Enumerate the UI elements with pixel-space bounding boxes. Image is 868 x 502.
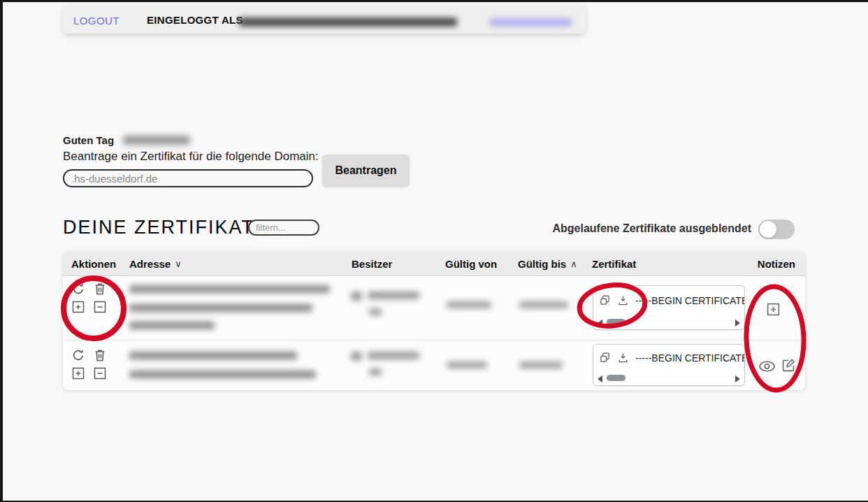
table-row: -----BEGIN CERTIFICATE----- (63, 276, 805, 340)
table-row: -----BEGIN CERTIFICATE----- (63, 340, 805, 390)
request-prompt-text: Beantrage ein Zertifikat für die folgend… (63, 150, 319, 164)
sort-desc-icon[interactable]: ∨ (175, 259, 182, 269)
filter-input[interactable] (248, 220, 319, 236)
delete-icon[interactable] (93, 348, 107, 362)
logout-link[interactable]: LOGOUT (73, 15, 120, 27)
expand-icon[interactable] (71, 300, 85, 314)
view-note-icon[interactable] (758, 360, 776, 373)
expired-toggle-label: Abgelaufene Zertifikate ausgeblendet (545, 222, 751, 235)
redacted-owner-icon (351, 352, 362, 361)
redacted-owner-text (369, 308, 382, 315)
window-border-left (0, 0, 3, 502)
scroll-left-icon[interactable] (598, 320, 602, 327)
certificates-table: Aktionen Adresse ∨ Besitzer Gültig von G… (63, 252, 805, 390)
annotation-overlay (0, 0, 868, 502)
redacted-address-line (129, 352, 297, 359)
column-header-adresse[interactable]: Adresse ∨ (129, 258, 182, 270)
certificate-scrollbar (598, 318, 740, 326)
logged-in-as-label: EINGELOGGT ALS (147, 14, 243, 26)
topbar: LOGOUT EINGELOGGT ALS (63, 6, 586, 34)
delete-icon[interactable] (93, 282, 107, 296)
certificate-portal-page: { "topbar": { "logout_label": "LOGOUT", … (0, 0, 868, 502)
table-header-row: Aktionen Adresse ∨ Besitzer Gültig von G… (63, 252, 805, 276)
redacted-owner-text (368, 292, 419, 299)
redacted-owner-icon (351, 292, 362, 301)
request-certificate-button[interactable]: Beantragen (322, 155, 410, 187)
domain-input[interactable] (63, 169, 313, 187)
column-header-gueltig-bis[interactable]: Gültig bis ∧ (518, 258, 577, 270)
expired-toggle-switch[interactable] (758, 220, 795, 239)
toggle-knob (760, 221, 776, 238)
redacted-owner-text (369, 368, 382, 375)
download-icon[interactable] (617, 352, 629, 364)
certificates-heading: DEINE ZERTIFIKATE: (63, 217, 275, 238)
redacted-owner-text (368, 352, 419, 359)
redacted-valid-until (519, 301, 568, 308)
copy-icon[interactable] (599, 294, 611, 306)
refresh-icon[interactable] (71, 282, 85, 296)
download-icon[interactable] (617, 294, 629, 306)
redacted-valid-from (447, 301, 491, 308)
window-border-top (0, 0, 868, 2)
certificate-preview-box: -----BEGIN CERTIFICATE----- (593, 344, 745, 386)
row-actions (71, 348, 107, 380)
redacted-address-line (129, 322, 215, 329)
column-header-besitzer: Besitzer (352, 258, 392, 270)
certificate-preview-text: -----BEGIN CERTIFICATE----- (635, 352, 745, 364)
certificate-preview-text: -----BEGIN CERTIFICATE----- (635, 295, 745, 306)
add-note-icon[interactable] (766, 302, 781, 317)
column-header-gueltig-von: Gültig von (445, 258, 497, 270)
column-header-notizen: Notizen (758, 258, 795, 270)
column-header-zertifikat: Zertifikat (592, 258, 636, 270)
salutation-text: Guten Tag (63, 134, 114, 146)
scroll-left-icon[interactable] (598, 375, 602, 382)
redacted-valid-until (519, 361, 563, 368)
copy-icon[interactable] (599, 352, 611, 364)
scrollbar-thumb[interactable] (607, 375, 625, 381)
certificate-preview-box: -----BEGIN CERTIFICATE----- (593, 285, 745, 330)
redacted-address-line (129, 285, 330, 293)
scroll-right-icon[interactable] (735, 320, 740, 327)
certificate-scrollbar (598, 374, 740, 382)
sort-asc-icon[interactable]: ∧ (570, 259, 577, 269)
scrollbar-thumb[interactable] (607, 319, 625, 325)
expand-icon[interactable] (71, 366, 85, 380)
redacted-user-email (239, 17, 457, 27)
row-actions (71, 282, 107, 314)
column-header-aktionen: Aktionen (71, 258, 116, 270)
edit-note-icon[interactable] (781, 358, 796, 373)
redacted-address-line (129, 371, 316, 378)
collapse-icon[interactable] (93, 366, 107, 380)
redacted-topbar-link[interactable] (489, 18, 572, 27)
refresh-icon[interactable] (71, 348, 85, 362)
redacted-user-name (123, 136, 190, 145)
scroll-right-icon[interactable] (735, 375, 740, 382)
redacted-valid-from (447, 361, 487, 368)
collapse-icon[interactable] (93, 300, 107, 314)
redacted-address-line (129, 304, 312, 312)
